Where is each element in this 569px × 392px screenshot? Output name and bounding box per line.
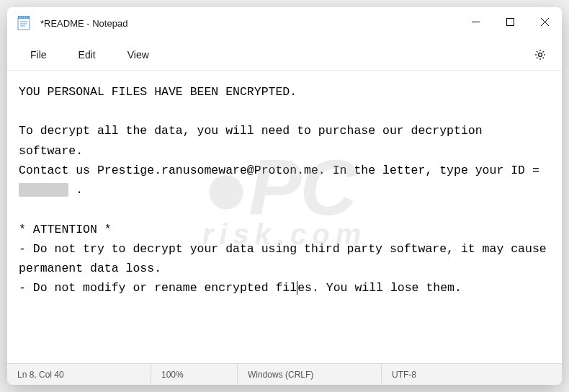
text-line: - Do not try to decrypt your data using …	[19, 242, 554, 275]
text-line: Contact us Prestige.ranusomeware@Proton.…	[19, 164, 547, 177]
status-encoding: UTF-8	[382, 364, 562, 385]
menu-view[interactable]: View	[115, 45, 162, 65]
maximize-button[interactable]	[493, 7, 527, 36]
svg-point-5	[26, 17, 27, 18]
window-title: *README - Notepad	[40, 18, 458, 29]
window-controls	[458, 7, 562, 39]
status-position: Ln 8, Col 40	[7, 364, 151, 385]
text-line: * ATTENTION *	[19, 223, 112, 236]
close-button[interactable]	[527, 7, 562, 36]
text-line: es. You will lose them.	[297, 281, 462, 295]
notepad-window: *README - Notepad File Edit View YOU PER…	[7, 7, 562, 385]
statusbar: Ln 8, Col 40 100% Windows (CRLF) UTF-8	[7, 363, 562, 385]
status-zoom[interactable]: 100%	[151, 364, 238, 385]
minimize-button[interactable]	[458, 7, 493, 36]
menu-file[interactable]: File	[17, 45, 60, 65]
titlebar[interactable]: *README - Notepad	[7, 7, 562, 39]
svg-point-2	[19, 17, 21, 18]
text-line: .	[68, 183, 83, 197]
status-line-ending: Windows (CRLF)	[238, 364, 382, 385]
notepad-icon	[17, 16, 30, 30]
menu-edit[interactable]: Edit	[66, 45, 109, 65]
text-line: YOU PERSONAL FILES HAVE BEEN ENCRYPTED.	[19, 85, 297, 99]
svg-point-13	[539, 53, 542, 56]
text-line: To decrypt all the data, you will need t…	[19, 124, 490, 157]
text-editor[interactable]: YOU PERSONAL FILES HAVE BEEN ENCRYPTED. …	[7, 71, 562, 363]
gear-icon[interactable]	[533, 48, 547, 62]
text-line: - Do not modify or rename encrypted fil	[19, 281, 297, 295]
svg-rect-10	[506, 18, 514, 25]
svg-point-4	[24, 17, 25, 18]
menubar: File Edit View	[7, 39, 562, 71]
svg-point-3	[22, 17, 23, 18]
redacted-id: XXXXXXX	[19, 183, 68, 197]
